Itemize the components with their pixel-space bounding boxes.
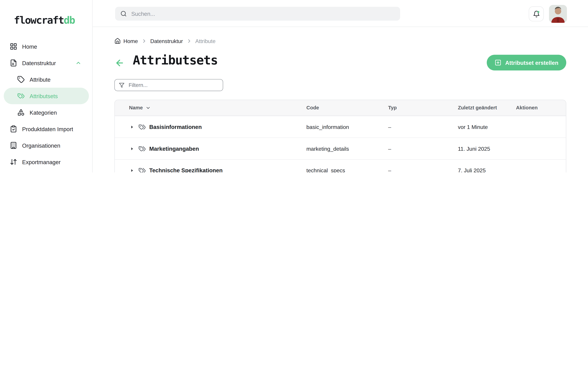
- building-icon: [10, 142, 17, 149]
- title-row: Attributsets Attributset erstellen: [114, 55, 566, 71]
- brand-primary: flowcraft: [14, 14, 64, 26]
- breadcrumb-current: Attribute: [195, 38, 216, 44]
- row-name: Marketingangaben: [149, 145, 199, 152]
- row-code: marketing_details: [306, 146, 388, 152]
- row-name: Basisinformationen: [149, 124, 202, 130]
- filter-input[interactable]: [128, 82, 219, 88]
- sidebar-item-kategorien[interactable]: Kategorien: [4, 104, 89, 121]
- sidebar-item-datenstruktur[interactable]: Datenstruktur: [4, 55, 89, 71]
- table-row[interactable]: Basisinformationen basic_information – v…: [115, 116, 566, 138]
- expand-caret-icon[interactable]: [129, 167, 135, 172]
- table-header: Name Code Typ Zuletzt geändert Aktionen: [115, 100, 566, 116]
- row-typ: –: [388, 146, 458, 152]
- chevron-right-icon: [141, 38, 147, 44]
- document-icon: [10, 59, 17, 67]
- back-arrow-icon[interactable]: [115, 58, 124, 68]
- table-row[interactable]: Technische Spezifikationen technical_spe…: [115, 159, 566, 172]
- row-modified: 11. Juni 2025: [458, 146, 516, 152]
- sidebar: flowcraftdb Home Datenstruktur Attribute…: [0, 0, 93, 172]
- sidebar-item-produktdaten-import[interactable]: Produktdaten Import: [4, 121, 89, 137]
- expand-caret-icon[interactable]: [129, 124, 135, 130]
- sidebar-nav: Home Datenstruktur Attribute Attributset…: [0, 38, 93, 170]
- funnel-icon: [119, 82, 125, 88]
- avatar[interactable]: [549, 5, 567, 23]
- sort-chevron-down-icon[interactable]: [146, 105, 151, 110]
- bell-icon: [533, 10, 540, 18]
- app-window: flowcraftdb Home Datenstruktur Attribute…: [0, 0, 588, 172]
- page-title: Attributsets: [133, 53, 218, 68]
- row-code: basic_information: [306, 124, 388, 130]
- breadcrumb-section[interactable]: Datenstruktur: [150, 38, 183, 44]
- sidebar-item-exportmanager[interactable]: Exportmanager: [4, 153, 89, 170]
- sidebar-item-label: Attributsets: [30, 93, 58, 99]
- row-modified: vor 1 Minute: [458, 124, 516, 130]
- notifications-button[interactable]: [529, 6, 544, 21]
- filter-field[interactable]: [114, 79, 223, 91]
- global-search[interactable]: [115, 7, 400, 21]
- main-area: Home Datenstruktur Attribute Attributset…: [93, 0, 588, 172]
- breadcrumb-label: Home: [123, 38, 138, 44]
- sidebar-item-label: Organisationen: [22, 142, 60, 149]
- column-header-modified: Zuletzt geändert: [458, 105, 516, 111]
- row-name: Technische Spezifikationen: [149, 167, 223, 172]
- arrow-up-down-icon: [10, 158, 17, 166]
- row-modified: 7. Juli 2025: [458, 167, 516, 172]
- brand-accent: db: [64, 14, 75, 26]
- avatar-image: [549, 5, 567, 23]
- column-header-actions: Aktionen: [516, 105, 566, 111]
- home-icon: [114, 38, 121, 44]
- sidebar-item-label: Exportmanager: [22, 159, 60, 165]
- tags-icon: [17, 92, 25, 100]
- shapes-icon: [17, 109, 25, 116]
- column-header-name[interactable]: Name: [115, 105, 306, 111]
- sidebar-item-label: Produktdaten Import: [22, 126, 73, 132]
- row-code: technical_specs: [306, 167, 388, 172]
- sidebar-item-label: Datenstruktur: [22, 60, 56, 66]
- row-typ: –: [388, 167, 458, 172]
- tag-icon: [17, 76, 25, 83]
- column-header-code: Code: [306, 105, 388, 111]
- search-icon: [120, 11, 127, 17]
- tags-icon: [138, 123, 146, 131]
- topbar: [93, 0, 588, 27]
- plus-square-icon: [495, 59, 502, 66]
- tags-icon: [138, 167, 146, 172]
- column-header-typ: Typ: [388, 105, 458, 111]
- expand-caret-icon[interactable]: [129, 146, 135, 152]
- table-row[interactable]: Marketingangaben marketing_details – 11.…: [115, 138, 566, 159]
- sidebar-item-label: Home: [22, 43, 37, 50]
- search-input[interactable]: [131, 10, 395, 17]
- grid-icon: [10, 43, 17, 50]
- create-button-label: Attributset erstellen: [505, 59, 558, 66]
- brand-logo[interactable]: flowcraftdb: [14, 14, 75, 26]
- sidebar-item-label: Attribute: [30, 76, 51, 82]
- create-attributset-button[interactable]: Attributset erstellen: [487, 55, 566, 71]
- chevron-up-icon[interactable]: [75, 60, 81, 66]
- tags-icon: [138, 145, 146, 152]
- sidebar-item-organisationen[interactable]: Organisationen: [4, 137, 89, 153]
- sidebar-item-home[interactable]: Home: [4, 38, 89, 55]
- clipboard-check-icon: [10, 125, 17, 133]
- attributsets-table: Name Code Typ Zuletzt geändert Aktionen …: [114, 100, 566, 172]
- sidebar-item-attribute[interactable]: Attribute: [4, 71, 89, 88]
- breadcrumb: Home Datenstruktur Attribute: [114, 38, 216, 44]
- sidebar-item-label: Kategorien: [30, 109, 57, 115]
- notification-dot: [537, 11, 539, 13]
- sidebar-item-attributsets[interactable]: Attributsets: [4, 88, 89, 104]
- chevron-right-icon: [186, 38, 192, 44]
- row-typ: –: [388, 124, 458, 130]
- breadcrumb-home[interactable]: Home: [114, 38, 138, 44]
